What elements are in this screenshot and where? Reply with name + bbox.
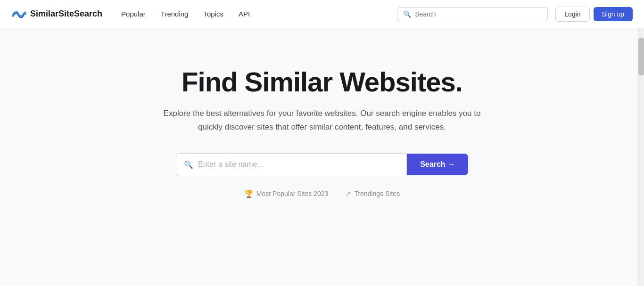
logo[interactable]: SimilarSiteSearch (11, 7, 102, 22)
scrollbar-thumb[interactable] (638, 38, 644, 75)
nav-api[interactable]: API (239, 10, 250, 18)
hero-section: Find Similar Websites. Explore the best … (0, 28, 644, 217)
popular-sites-label: Most Popular Sites 2023 (256, 190, 329, 197)
trending-sites-link[interactable]: ↗ Trendings Sites (345, 189, 400, 198)
navbar: SimilarSiteSearch Popular Trending Topic… (0, 0, 644, 28)
logo-icon (11, 7, 26, 22)
hero-search-row: 🔍 Search → (176, 153, 468, 176)
nav-search-icon: 🔍 (403, 10, 411, 18)
hero-title: Find Similar Websites. (182, 66, 462, 98)
nav-topics[interactable]: Topics (203, 10, 223, 18)
popular-sites-link[interactable]: 🏆 Most Popular Sites 2023 (244, 189, 329, 198)
signup-button[interactable]: Sign up (594, 7, 633, 21)
nav-links: Popular Trending Topics API (121, 10, 397, 18)
trending-sites-label: Trendings Sites (354, 190, 400, 197)
trending-icon: ↗ (345, 189, 351, 198)
hero-search-box: 🔍 (176, 153, 407, 176)
hero-search-button[interactable]: Search → (407, 154, 468, 175)
hero-subtitle: Explore the best alternatives for your f… (157, 107, 487, 134)
logo-text: SimilarSiteSearch (30, 9, 102, 19)
hero-links-row: 🏆 Most Popular Sites 2023 ↗ Trendings Si… (244, 189, 400, 198)
hero-search-input[interactable] (198, 160, 399, 169)
hero-search-icon: 🔍 (184, 160, 193, 169)
nav-popular[interactable]: Popular (121, 10, 146, 18)
login-button[interactable]: Login (555, 7, 589, 22)
nav-search-wrapper: 🔍 (397, 7, 548, 21)
scrollbar[interactable] (638, 0, 644, 286)
nav-trending[interactable]: Trending (161, 10, 189, 18)
nav-search-input[interactable] (415, 10, 542, 18)
trophy-icon: 🏆 (244, 189, 254, 198)
